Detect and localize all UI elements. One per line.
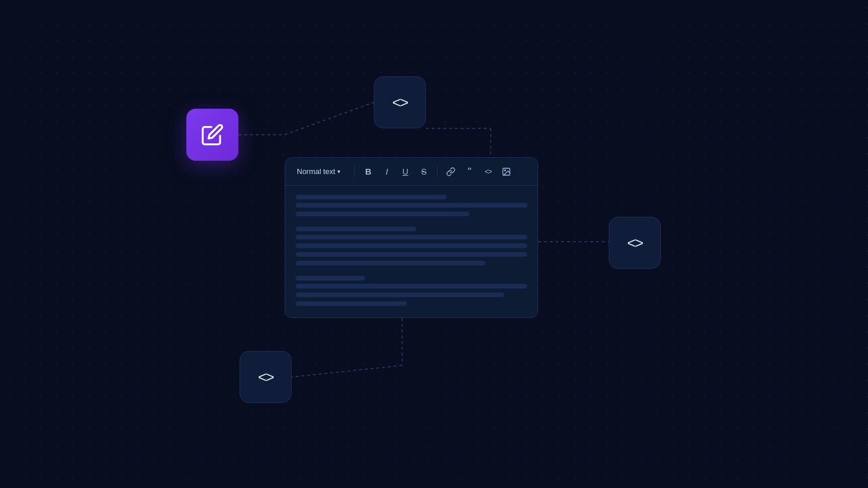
underline-label: U bbox=[402, 167, 408, 176]
paragraph-1 bbox=[296, 195, 527, 199]
text-line bbox=[296, 293, 504, 297]
bold-label: B bbox=[365, 167, 372, 176]
strikethrough-label: S bbox=[421, 167, 426, 176]
editor-panel: Normal text ▾ B I U S " bbox=[285, 157, 538, 318]
text-line bbox=[296, 195, 446, 199]
dropdown-arrow-icon: ▾ bbox=[337, 168, 340, 175]
text-line bbox=[296, 227, 416, 231]
paragraph-4 bbox=[296, 235, 527, 265]
text-line bbox=[296, 284, 527, 289]
quote-icon: " bbox=[468, 167, 471, 177]
edit-icon-box[interactable] bbox=[186, 109, 238, 161]
text-line bbox=[296, 243, 527, 248]
paragraph-6 bbox=[296, 284, 527, 306]
edit-icon bbox=[201, 123, 224, 146]
text-line bbox=[296, 261, 486, 265]
italic-label: I bbox=[385, 167, 388, 176]
code-brackets-right: <> bbox=[627, 234, 642, 252]
bold-button[interactable]: B bbox=[359, 163, 377, 180]
editor-content[interactable] bbox=[285, 186, 538, 317]
text-line bbox=[296, 203, 527, 208]
inline-code-icon: <> bbox=[484, 168, 491, 176]
code-brackets-top: <> bbox=[392, 94, 407, 112]
text-line bbox=[296, 301, 407, 306]
code-brackets-bottom: <> bbox=[258, 368, 273, 386]
italic-button[interactable]: I bbox=[378, 163, 395, 180]
paragraph-3 bbox=[296, 227, 527, 231]
paragraph-5 bbox=[296, 276, 527, 280]
toolbar-divider-2 bbox=[437, 166, 437, 178]
strikethrough-button[interactable]: S bbox=[415, 163, 432, 180]
text-line bbox=[296, 276, 365, 280]
code-box-bottom[interactable]: <> bbox=[240, 351, 292, 403]
link-button[interactable] bbox=[442, 163, 459, 180]
editor-toolbar: Normal text ▾ B I U S " bbox=[285, 158, 538, 186]
inline-code-button[interactable]: <> bbox=[479, 163, 496, 180]
quote-button[interactable]: " bbox=[461, 163, 478, 180]
text-style-label: Normal text bbox=[297, 167, 335, 176]
underline-button[interactable]: U bbox=[396, 163, 414, 180]
paragraph-2 bbox=[296, 203, 527, 216]
text-line bbox=[296, 235, 527, 239]
spacer bbox=[296, 269, 527, 272]
image-button[interactable] bbox=[498, 163, 515, 180]
svg-point-8 bbox=[505, 169, 506, 171]
spacer bbox=[296, 220, 527, 223]
image-icon bbox=[502, 167, 511, 176]
toolbar-divider-1 bbox=[354, 166, 355, 178]
code-box-right[interactable]: <> bbox=[609, 217, 661, 269]
text-style-dropdown[interactable]: Normal text ▾ bbox=[292, 165, 345, 178]
svg-line-4 bbox=[292, 365, 402, 377]
text-line bbox=[296, 212, 469, 216]
code-box-top[interactable]: <> bbox=[374, 76, 426, 128]
svg-line-6 bbox=[285, 102, 374, 135]
link-icon bbox=[446, 167, 455, 176]
text-line bbox=[296, 252, 527, 257]
